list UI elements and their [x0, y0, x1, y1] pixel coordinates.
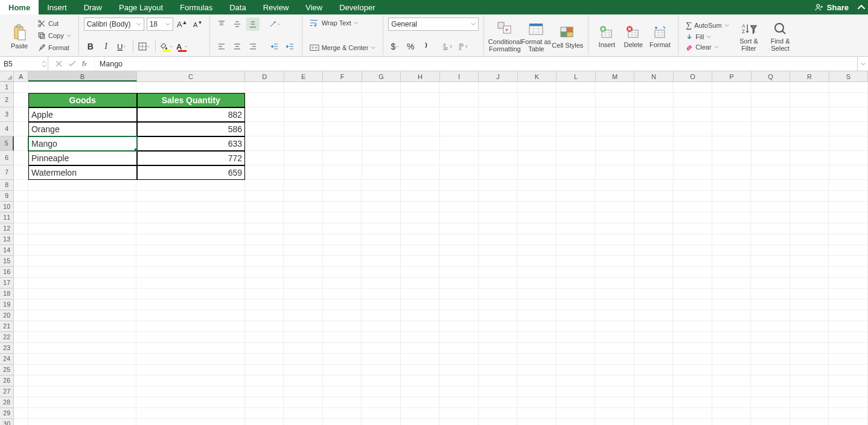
cell-R14[interactable] — [790, 245, 829, 256]
select-all-corner[interactable] — [0, 71, 14, 81]
cell-G26[interactable] — [362, 375, 401, 386]
cell-A5[interactable] — [14, 136, 28, 151]
cell-M13[interactable] — [595, 234, 634, 245]
cell-G3[interactable] — [362, 107, 401, 122]
cell-O30[interactable] — [673, 419, 712, 425]
cell-E27[interactable] — [284, 386, 323, 397]
cell-F17[interactable] — [323, 278, 362, 289]
cell-S16[interactable] — [829, 267, 868, 278]
cell-M30[interactable] — [595, 419, 634, 425]
cell-K15[interactable] — [517, 256, 557, 267]
cell-G13[interactable] — [362, 234, 401, 245]
cell-K13[interactable] — [517, 234, 557, 245]
cell-D1[interactable] — [245, 82, 284, 93]
cell-A8[interactable] — [14, 180, 28, 191]
cell-G4[interactable] — [362, 122, 401, 136]
cell-C27[interactable] — [136, 386, 245, 397]
cell-D6[interactable] — [245, 151, 284, 165]
cell-R3[interactable] — [790, 107, 829, 122]
cell-D5[interactable] — [245, 136, 284, 151]
cell-A9[interactable] — [14, 191, 28, 202]
cell-C30[interactable] — [136, 419, 245, 425]
cell-P17[interactable] — [712, 278, 752, 289]
cell-O6[interactable] — [674, 151, 713, 165]
increase-indent-button[interactable] — [284, 40, 297, 53]
cell-Q5[interactable] — [752, 136, 791, 151]
cell-B3[interactable]: Apple — [28, 107, 137, 122]
cell-A20[interactable] — [14, 310, 28, 321]
cell-P13[interactable] — [712, 234, 752, 245]
column-header-A[interactable]: A — [14, 71, 28, 81]
grow-font-button[interactable]: A▲ — [176, 18, 189, 31]
column-header-J[interactable]: J — [479, 71, 517, 81]
cell-H25[interactable] — [401, 365, 440, 375]
cell-L15[interactable] — [557, 256, 596, 267]
cell-C21[interactable] — [136, 321, 245, 332]
cell-I10[interactable] — [439, 202, 479, 212]
cell-J15[interactable] — [479, 256, 518, 267]
cell-S11[interactable] — [829, 212, 868, 223]
row-header-19[interactable]: 19 — [0, 299, 14, 310]
cell-B22[interactable] — [28, 332, 137, 343]
cell-styles-button[interactable]: Cell Styles — [552, 18, 583, 56]
row-header-16[interactable]: 16 — [0, 267, 14, 278]
cell-C22[interactable] — [136, 332, 245, 343]
cell-H17[interactable] — [401, 278, 440, 289]
cell-P12[interactable] — [712, 223, 752, 234]
cell-K28[interactable] — [517, 397, 557, 408]
cell-E6[interactable] — [284, 151, 324, 165]
cell-B30[interactable] — [28, 419, 137, 425]
cell-H7[interactable] — [401, 165, 440, 180]
font-color-button[interactable]: A — [176, 40, 189, 53]
cell-S5[interactable] — [829, 136, 868, 151]
cell-D23[interactable] — [245, 343, 284, 354]
cell-M26[interactable] — [595, 375, 634, 386]
cell-N19[interactable] — [634, 299, 674, 310]
cell-R24[interactable] — [790, 354, 829, 365]
cell-F18[interactable] — [323, 289, 362, 299]
cell-Q14[interactable] — [751, 245, 790, 256]
cell-R16[interactable] — [790, 267, 829, 278]
cell-I25[interactable] — [439, 365, 479, 375]
cell-S17[interactable] — [829, 278, 868, 289]
cell-D2[interactable] — [245, 93, 284, 107]
name-box[interactable]: B5 — [0, 57, 48, 71]
column-header-D[interactable]: D — [245, 71, 284, 81]
cell-O22[interactable] — [673, 332, 712, 343]
formula-input[interactable]: Mango — [95, 57, 857, 71]
cell-E7[interactable] — [284, 165, 324, 180]
cell-B8[interactable] — [28, 180, 137, 191]
cell-A28[interactable] — [14, 397, 28, 408]
cell-I24[interactable] — [439, 354, 479, 365]
cell-J23[interactable] — [479, 343, 518, 354]
cell-A4[interactable] — [14, 122, 28, 136]
cell-J22[interactable] — [479, 332, 518, 343]
cell-N13[interactable] — [634, 234, 674, 245]
cell-L9[interactable] — [557, 191, 596, 202]
cell-C15[interactable] — [136, 256, 245, 267]
column-header-M[interactable]: M — [596, 71, 634, 81]
cell-L2[interactable] — [557, 93, 596, 107]
row-header-12[interactable]: 12 — [0, 223, 14, 234]
cell-C5[interactable]: 633 — [137, 136, 246, 151]
cell-M8[interactable] — [595, 180, 634, 191]
cell-B4[interactable]: Orange — [28, 122, 137, 136]
cell-D30[interactable] — [245, 419, 284, 425]
cell-M22[interactable] — [595, 332, 634, 343]
cell-M28[interactable] — [595, 397, 634, 408]
cell-B27[interactable] — [28, 386, 137, 397]
cell-I1[interactable] — [439, 82, 479, 93]
cell-F5[interactable] — [323, 136, 362, 151]
cell-K30[interactable] — [517, 419, 557, 425]
cell-N22[interactable] — [634, 332, 674, 343]
cell-O10[interactable] — [673, 202, 712, 212]
cell-R30[interactable] — [790, 419, 829, 425]
cell-Q26[interactable] — [751, 375, 790, 386]
cell-E24[interactable] — [284, 354, 323, 365]
cell-B20[interactable] — [28, 310, 137, 321]
cell-M9[interactable] — [595, 191, 634, 202]
cell-N28[interactable] — [634, 397, 674, 408]
cell-M6[interactable] — [596, 151, 635, 165]
cell-D14[interactable] — [245, 245, 284, 256]
cell-I20[interactable] — [439, 310, 479, 321]
